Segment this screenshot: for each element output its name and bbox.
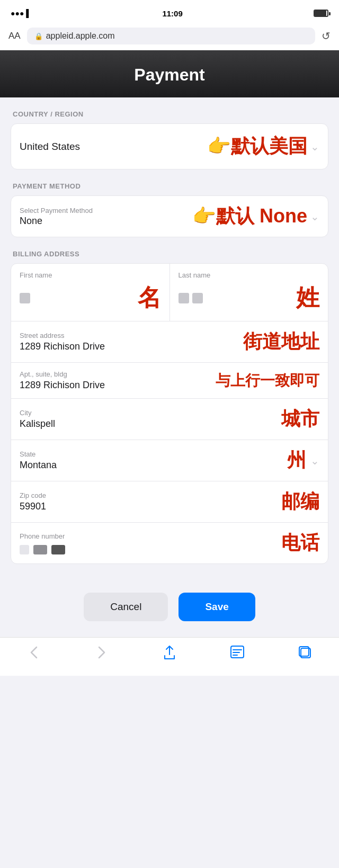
first-name-cell[interactable]: First name 名	[11, 264, 170, 321]
city-field[interactable]: City Kalispell 城市	[11, 399, 328, 440]
share-button[interactable]	[159, 644, 180, 661]
country-value: United States	[20, 141, 80, 153]
phone-block-1	[20, 545, 29, 554]
country-section-label: COUNTRY / REGION	[11, 110, 328, 118]
street-label: Street address	[20, 332, 105, 339]
city-value: Kalispell	[20, 418, 55, 429]
first-name-placeholder	[20, 293, 30, 303]
browser-bar: AA 🔒 appleid.apple.com ↺	[0, 23, 339, 50]
signal-indicator: ●●● ▌	[11, 9, 31, 17]
payment-sublabel: Select Payment Method	[20, 207, 93, 214]
phone-block-3	[51, 545, 65, 554]
last-name-cell[interactable]: Last name 姓	[170, 264, 328, 321]
battery-indicator	[314, 10, 328, 17]
cancel-button[interactable]: Cancel	[84, 593, 168, 621]
last-name-block2	[192, 293, 203, 303]
first-name-annotation: 名	[138, 282, 161, 314]
forward-button[interactable]	[91, 644, 112, 661]
country-chevron: ⌄	[310, 140, 319, 153]
country-annotation: 👉默认美国	[207, 133, 307, 159]
phone-block-2	[33, 545, 47, 554]
main-content: COUNTRY / REGION United States 👉默认美国 ⌄ P…	[0, 97, 339, 637]
lock-icon: 🔒	[34, 32, 43, 40]
phone-field[interactable]: Phone number 电话	[11, 523, 328, 563]
apt-annotation: 与上行一致即可	[216, 371, 319, 391]
street-address-field[interactable]: Street address 1289 Richison Drive 街道地址	[11, 321, 328, 363]
bookmarks-button[interactable]	[227, 644, 248, 661]
tabs-button[interactable]	[295, 644, 316, 661]
url-bar[interactable]: 🔒 appleid.apple.com	[27, 28, 315, 44]
zip-value: 59901	[20, 501, 46, 512]
button-row: Cancel Save	[11, 577, 328, 637]
last-name-label: Last name	[179, 271, 320, 279]
first-name-block	[20, 293, 30, 303]
zip-annotation: 邮编	[281, 489, 319, 515]
apt-value: 1289 Richison Drive	[20, 380, 105, 391]
phone-label: Phone number	[20, 532, 65, 540]
last-name-annotation: 姓	[296, 282, 319, 314]
time-display: 11:09	[162, 9, 182, 18]
state-value: Montana	[20, 460, 57, 471]
payment-chevron: ⌄	[310, 210, 319, 223]
back-button[interactable]	[23, 644, 44, 661]
payment-section-label: PAYMENT METHOD	[11, 182, 328, 190]
apt-field[interactable]: Apt., suite, bldg 1289 Richison Drive 与上…	[11, 363, 328, 399]
city-annotation: 城市	[281, 406, 319, 432]
street-annotation: 街道地址	[243, 329, 319, 355]
city-label: City	[20, 409, 55, 417]
state-field[interactable]: State Montana 州 ⌄	[11, 440, 328, 481]
url-text: appleid.apple.com	[46, 31, 115, 41]
last-name-block1	[179, 293, 189, 303]
country-card: United States 👉默认美国 ⌄	[11, 123, 328, 169]
page-title: Payment	[11, 65, 328, 85]
last-name-placeholder	[179, 293, 203, 303]
phone-annotation: 电话	[281, 530, 319, 556]
phone-placeholder	[20, 545, 65, 554]
billing-section-label: BILLING ADDRESS	[11, 250, 328, 258]
apt-label: Apt., suite, bldg	[20, 370, 105, 378]
zip-label: Zip code	[20, 491, 46, 499]
billing-card: First name 名 Last name 姓	[11, 263, 328, 564]
aa-button[interactable]: AA	[8, 31, 21, 41]
country-row[interactable]: United States 👉默认美国 ⌄	[11, 124, 328, 169]
payment-card: Select Payment Method None 👉默认 None ⌄	[11, 195, 328, 237]
first-name-label: First name	[20, 271, 161, 279]
page-header: Payment	[0, 50, 339, 97]
state-annotation: 州	[287, 448, 306, 473]
state-chevron: ⌄	[310, 454, 319, 467]
payment-annotation: 👉默认 None	[192, 203, 307, 229]
payment-value: None	[20, 216, 93, 227]
state-label: State	[20, 450, 57, 458]
name-row: First name 名 Last name 姓	[11, 264, 328, 321]
save-button[interactable]: Save	[179, 593, 255, 621]
payment-row[interactable]: Select Payment Method None 👉默认 None ⌄	[11, 196, 328, 237]
zip-field[interactable]: Zip code 59901 邮编	[11, 481, 328, 523]
refresh-button[interactable]: ↺	[322, 30, 331, 42]
street-value: 1289 Richison Drive	[20, 341, 105, 352]
nav-bar	[0, 637, 339, 676]
status-bar: ●●● ▌ 11:09	[0, 0, 339, 23]
